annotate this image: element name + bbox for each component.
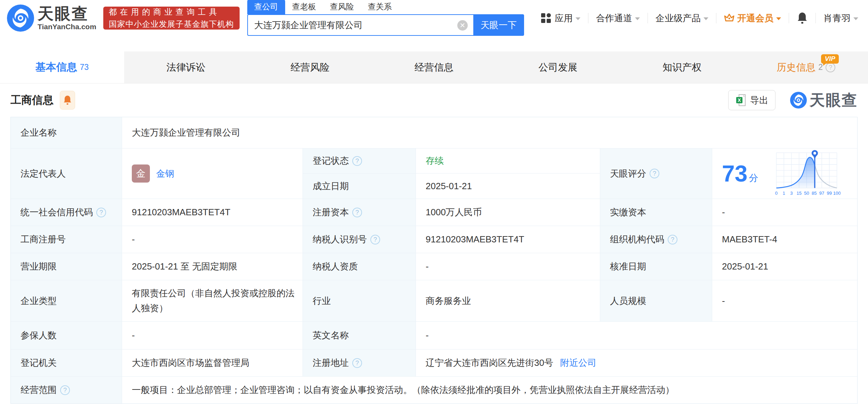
export-button[interactable]: X 导出: [728, 90, 775, 110]
notifications-button[interactable]: [797, 12, 808, 24]
field-label-taxpayer-id: 纳税人识别号 ?: [303, 226, 416, 253]
tab-intellectual-property[interactable]: 知识产权: [620, 51, 744, 83]
label-text: 组织机构代码: [610, 233, 664, 246]
field-value-establish-date: 2025-01-21: [416, 174, 600, 199]
field-value-company-name: 大连万颢企业管理有限公司: [122, 117, 857, 148]
search-tab-risk[interactable]: 查风险: [323, 0, 361, 14]
nav-vip-upgrade[interactable]: 开通会员: [724, 12, 781, 24]
value-text: 1000万人民币: [426, 206, 482, 218]
banner-line2: 国家中小企业发展子基金旗下机构: [109, 19, 234, 30]
value-text: 有限责任公司（非自然人投资或控股的法人独资）: [132, 286, 296, 316]
nav-username: 肖青羽: [823, 12, 851, 24]
value-text: -: [132, 234, 135, 245]
nav-enterprise[interactable]: 企业级产品: [656, 12, 708, 24]
field-label-reg-status: 登记状态 ?: [303, 148, 416, 174]
field-label-reg-capital: 注册资本 ?: [303, 199, 416, 226]
field-value-business-term: 2025-01-21 至 无固定期限: [122, 253, 303, 280]
field-value-org-code: MAEB3TET-4: [712, 226, 857, 253]
search-button[interactable]: 天眼一下: [473, 14, 524, 36]
tab-operating-info[interactable]: 经营信息: [372, 51, 496, 83]
nav-user-menu[interactable]: 肖青羽: [823, 12, 858, 24]
field-value-industry: 商务服务业: [416, 280, 600, 322]
brand-domain: TianYanCha.com: [38, 23, 96, 31]
top-nav: 应用 合作通道 企业级产品 开通会员: [541, 12, 858, 24]
value-text: -: [722, 296, 725, 306]
field-label-staff-size: 人员规模: [600, 280, 712, 322]
field-value-reg-capital: 1000万人民币: [416, 199, 600, 226]
bell-icon: [797, 12, 808, 24]
search-tabs: 查公司 查老板 查风险 查关系: [247, 0, 524, 14]
tab-basic-label: 基本信息: [35, 60, 77, 74]
clear-search-icon[interactable]: ✕: [457, 20, 468, 31]
legal-rep-link[interactable]: 金钢: [156, 168, 174, 180]
field-label-taxpayer-quali: 纳税人资质: [303, 253, 416, 280]
help-icon[interactable]: ?: [650, 169, 659, 178]
help-icon[interactable]: ?: [60, 385, 70, 395]
monitor-bell-button[interactable]: [60, 91, 75, 110]
search-tab-relation[interactable]: 查关系: [361, 0, 399, 14]
tab-ip-label: 知识产权: [662, 61, 701, 74]
section-title: 工商信息: [10, 93, 54, 107]
field-label-score: 天眼评分 ?: [600, 148, 712, 199]
field-value-reg-number: -: [122, 226, 303, 253]
field-label-industry: 行业: [303, 280, 416, 322]
tianyancha-logo-icon: [790, 92, 807, 108]
field-value-staff-size: -: [712, 280, 857, 322]
nav-apps[interactable]: 应用: [541, 12, 580, 24]
nav-vip-label: 开通会员: [737, 12, 773, 24]
legal-rep-avatar[interactable]: 金: [132, 164, 150, 183]
label-text: 企业名称: [21, 127, 57, 139]
field-label-reg-number: 工商注册号: [11, 226, 122, 253]
value-text: 2025-01-21 至 无固定期限: [132, 260, 237, 273]
field-value-score: 73 分: [712, 148, 857, 199]
nav-cooperation[interactable]: 合作通道: [596, 12, 640, 24]
field-value-company-type: 有限责任公司（非自然人投资或控股的法人独资）: [122, 280, 303, 322]
score-value: 73: [722, 162, 747, 185]
nearby-companies-link[interactable]: 附近公司: [560, 357, 596, 369]
field-label-business-scope: 经营范围 ?: [11, 377, 122, 403]
search-input[interactable]: [247, 14, 473, 36]
label-text: 经营范围: [21, 384, 57, 396]
help-icon[interactable]: ?: [96, 208, 106, 217]
search-tab-boss[interactable]: 查老板: [285, 0, 323, 14]
help-icon[interactable]: ?: [352, 358, 362, 368]
status-text: 存续: [426, 155, 444, 167]
watermark-logo: 天眼查: [790, 90, 858, 111]
field-value-business-scope: 一般项目：企业总部管理；企业管理咨询；以自有资金从事投资活动。（除依法须经批准的…: [122, 377, 857, 403]
tianyancha-logo[interactable]: 天眼查 TianYanCha.com: [7, 5, 96, 32]
search-tab-company[interactable]: 查公司: [247, 0, 285, 14]
tab-risk-label: 经营风险: [290, 61, 329, 74]
help-icon[interactable]: ?: [826, 63, 835, 72]
nav-separator: [588, 13, 588, 23]
tab-basic-info[interactable]: 基本信息 73: [0, 51, 124, 83]
page-header: 天眼查 TianYanCha.com 都在用的商业查询工具 国家中小企业发展子基…: [0, 0, 868, 51]
field-label-business-term: 营业期限: [11, 253, 122, 280]
field-label-company-type: 企业类型: [11, 280, 122, 322]
help-icon[interactable]: ?: [668, 235, 677, 244]
tab-history-count: 2: [818, 63, 823, 72]
field-value-paid-capital: -: [712, 199, 857, 226]
nav-separator: [716, 13, 716, 23]
help-icon[interactable]: ?: [352, 208, 362, 217]
nav-separator: [648, 13, 648, 23]
score-distribution-chart: 0 1 3 15 50 85 97 99 100: [773, 148, 841, 199]
search-block: 查公司 查老板 查风险 查关系 ✕ 天眼一下: [247, 0, 524, 36]
tab-legal[interactable]: 法律诉讼: [124, 51, 248, 83]
tab-basic-count: 73: [80, 63, 89, 72]
help-icon[interactable]: ?: [370, 235, 380, 244]
tab-operating-risk[interactable]: 经营风险: [248, 51, 372, 83]
tab-company-development[interactable]: 公司发展: [496, 51, 620, 83]
field-value-reg-status: 存续: [416, 148, 600, 174]
score-unit: 分: [749, 172, 758, 184]
field-label-legal-rep: 法定代表人: [11, 148, 122, 199]
export-label: 导出: [750, 94, 768, 106]
tab-history-info[interactable]: VIP 历史信息 2 ?: [744, 51, 868, 83]
label-text: 行业: [313, 295, 331, 307]
excel-icon: X: [736, 94, 747, 106]
field-value-taxpayer-quali: -: [416, 253, 600, 280]
field-label-reg-authority: 登记机关: [11, 349, 122, 377]
help-icon[interactable]: ?: [352, 156, 362, 166]
label-text: 注册地址: [313, 357, 349, 369]
value-text: 2025-01-21: [426, 181, 472, 192]
banner-line1: 都在用的商业查询工具: [109, 7, 234, 17]
